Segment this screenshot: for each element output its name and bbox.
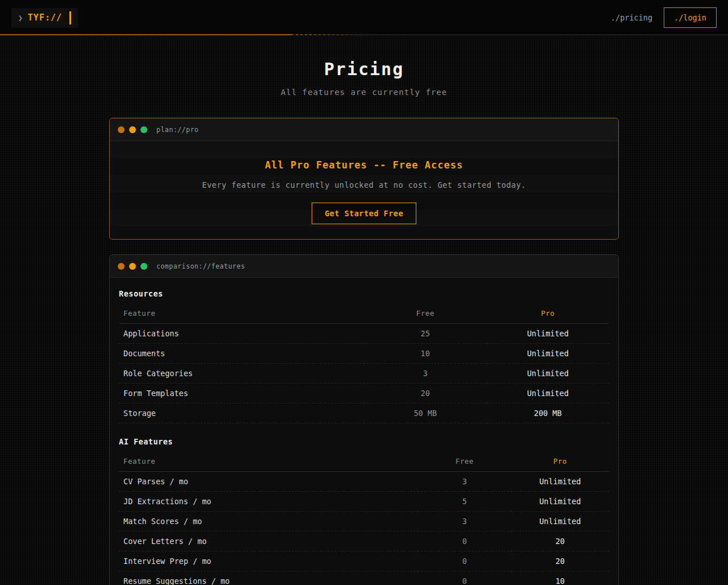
cell-feature: Form Templates xyxy=(119,384,364,403)
main-content: Pricing All features are currently free … xyxy=(109,59,619,585)
plan-heading: All Pro Features -- Free Access xyxy=(123,159,605,171)
table-row: Form Templates20Unlimited xyxy=(119,384,609,403)
comparison-table: FeatureFreeProCV Parses / mo3UnlimitedJD… xyxy=(119,451,609,585)
table-header-row: FeatureFreePro xyxy=(119,451,609,472)
window-dot-maximize-icon xyxy=(140,126,147,133)
cell-feature: Applications xyxy=(119,324,364,344)
table-row: Documents10Unlimited xyxy=(119,344,609,364)
cell-free: 0 xyxy=(418,571,511,585)
get-started-button[interactable]: Get Started Free xyxy=(312,203,416,224)
cell-feature: Cover Letters / mo xyxy=(119,532,418,551)
cell-feature: Documents xyxy=(119,344,364,364)
terminal-cursor-icon xyxy=(69,11,71,24)
comparison-card-header: comparison://features xyxy=(110,255,618,278)
page-subtitle: All features are currently free xyxy=(109,88,619,97)
cell-free: 50 MB xyxy=(364,403,487,423)
cell-pro: 20 xyxy=(511,551,609,571)
comparison-card-body: ResourcesFeatureFreeProApplications25Unl… xyxy=(110,278,618,585)
plan-description: Every feature is currently unlocked at n… xyxy=(123,180,605,189)
cell-feature: JD Extractions / mo xyxy=(119,492,418,512)
cell-pro: Unlimited xyxy=(487,324,610,344)
cell-free: 25 xyxy=(364,324,487,344)
table-header-row: FeatureFreePro xyxy=(119,303,609,324)
section-title: AI Features xyxy=(119,437,609,446)
login-button[interactable]: ./login xyxy=(664,7,717,28)
cell-pro: Unlimited xyxy=(511,512,609,532)
column-header-pro: Pro xyxy=(511,451,609,472)
cell-free: 10 xyxy=(364,344,487,364)
table-row: Role Categories3Unlimited xyxy=(119,364,609,384)
logo-text: TYF:// xyxy=(28,13,62,23)
table-row: Applications25Unlimited xyxy=(119,324,609,344)
column-header-feature: Feature xyxy=(119,303,364,324)
nav-link-pricing[interactable]: ./pricing xyxy=(611,13,652,22)
prompt-chevron-icon: ❯ xyxy=(18,14,23,22)
cell-feature: CV Parses / mo xyxy=(119,472,418,492)
column-header-free: Free xyxy=(364,303,487,324)
cell-feature: Storage xyxy=(119,403,364,423)
table-row: Interview Prep / mo020 xyxy=(119,551,609,571)
cell-feature: Interview Prep / mo xyxy=(119,551,418,571)
pro-plan-card: plan://pro All Pro Features -- Free Acce… xyxy=(109,118,619,240)
cell-pro: Unlimited xyxy=(487,344,610,364)
logo[interactable]: ❯ TYF:// xyxy=(11,8,78,28)
navbar-right: ./pricing ./login xyxy=(611,7,717,28)
table-row: Match Scores / mo3Unlimited xyxy=(119,512,609,532)
cell-free: 0 xyxy=(418,551,511,571)
table-row: Storage50 MB200 MB xyxy=(119,403,609,423)
table-row: Cover Letters / mo020 xyxy=(119,532,609,551)
window-dot-minimize-icon xyxy=(129,126,136,133)
column-header-feature: Feature xyxy=(119,451,418,472)
cell-pro: 10 xyxy=(511,571,609,585)
table-row: Resume Suggestions / mo010 xyxy=(119,571,609,585)
comparison-section: AI FeaturesFeatureFreeProCV Parses / mo3… xyxy=(119,437,609,585)
window-dot-close-icon xyxy=(118,126,125,133)
window-dot-close-icon xyxy=(118,263,125,270)
window-dot-maximize-icon xyxy=(140,263,147,270)
cell-pro: Unlimited xyxy=(487,364,610,384)
feature-comparison-card: comparison://features ResourcesFeatureFr… xyxy=(109,254,619,585)
cell-free: 3 xyxy=(418,472,511,492)
column-header-free: Free xyxy=(418,451,511,472)
cell-free: 20 xyxy=(364,384,487,403)
comparison-table: FeatureFreeProApplications25UnlimitedDoc… xyxy=(119,303,609,423)
window-dot-minimize-icon xyxy=(129,263,136,270)
cell-pro: Unlimited xyxy=(511,492,609,512)
window-title: comparison://features xyxy=(156,262,245,270)
cell-feature: Resume Suggestions / mo xyxy=(119,571,418,585)
table-row: JD Extractions / mo5Unlimited xyxy=(119,492,609,512)
cell-pro: Unlimited xyxy=(511,472,609,492)
table-row: CV Parses / mo3Unlimited xyxy=(119,472,609,492)
navbar-accent-border xyxy=(0,34,728,35)
pro-plan-card-header: plan://pro xyxy=(110,118,618,141)
cell-free: 5 xyxy=(418,492,511,512)
comparison-section: ResourcesFeatureFreeProApplications25Unl… xyxy=(119,289,609,423)
cell-pro: Unlimited xyxy=(487,384,610,403)
column-header-pro: Pro xyxy=(487,303,610,324)
navbar: ❯ TYF:// ./pricing ./login xyxy=(0,0,728,35)
cell-free: 0 xyxy=(418,532,511,551)
cell-free: 3 xyxy=(418,512,511,532)
cell-pro: 20 xyxy=(511,532,609,551)
cell-feature: Match Scores / mo xyxy=(119,512,418,532)
window-title: plan://pro xyxy=(156,126,198,134)
page-title: Pricing xyxy=(109,59,619,79)
section-title: Resources xyxy=(119,289,609,298)
cell-feature: Role Categories xyxy=(119,364,364,384)
cell-pro: 200 MB xyxy=(487,403,610,423)
cell-free: 3 xyxy=(364,364,487,384)
pro-plan-card-body: All Pro Features -- Free Access Every fe… xyxy=(110,141,618,239)
